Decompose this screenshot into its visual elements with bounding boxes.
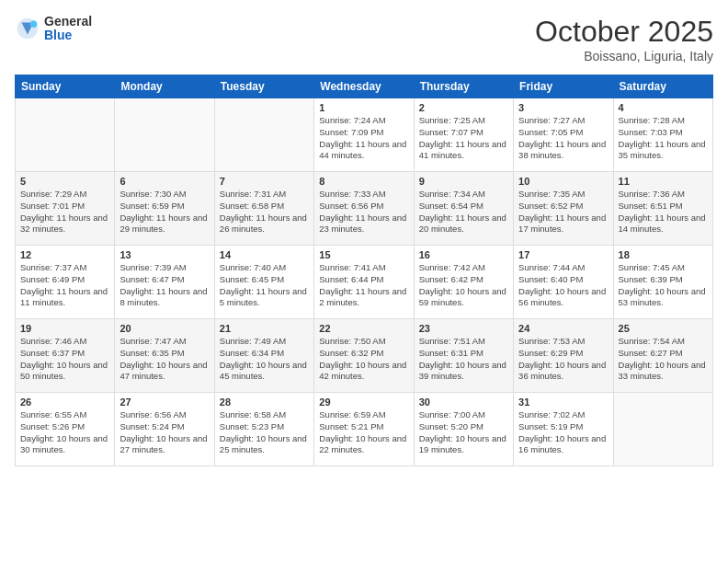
day-info: Sunrise: 7:41 AM Sunset: 6:44 PM Dayligh… — [319, 262, 408, 309]
day-info: Sunrise: 6:58 AM Sunset: 5:23 PM Dayligh… — [220, 409, 309, 456]
location-label: Boissano, Liguria, Italy — [535, 49, 713, 63]
day-info: Sunrise: 7:37 AM Sunset: 6:49 PM Dayligh… — [20, 262, 109, 309]
calendar-cell: 5Sunrise: 7:29 AM Sunset: 7:01 PM Daylig… — [16, 172, 115, 246]
day-number: 6 — [119, 176, 209, 187]
day-info: Sunrise: 6:59 AM Sunset: 5:21 PM Dayligh… — [319, 409, 408, 456]
day-info: Sunrise: 7:39 AM Sunset: 6:47 PM Dayligh… — [119, 262, 209, 309]
day-number: 14 — [220, 249, 309, 260]
day-number: 12 — [20, 249, 109, 260]
calendar-cell: 8Sunrise: 7:33 AM Sunset: 6:56 PM Daylig… — [314, 172, 414, 246]
day-info: Sunrise: 7:40 AM Sunset: 6:45 PM Dayligh… — [220, 262, 309, 309]
day-info: Sunrise: 7:29 AM Sunset: 7:01 PM Dayligh… — [20, 189, 109, 236]
logo-text: General Blue — [44, 15, 92, 43]
calendar-cell: 12Sunrise: 7:37 AM Sunset: 6:49 PM Dayli… — [16, 246, 115, 319]
calendar-cell: 25Sunrise: 7:54 AM Sunset: 6:27 PM Dayli… — [613, 319, 712, 393]
day-info: Sunrise: 7:51 AM Sunset: 6:31 PM Dayligh… — [419, 336, 508, 383]
day-number: 23 — [419, 323, 508, 334]
calendar-cell: 13Sunrise: 7:39 AM Sunset: 6:47 PM Dayli… — [115, 246, 214, 319]
calendar-cell: 19Sunrise: 7:46 AM Sunset: 6:37 PM Dayli… — [16, 319, 115, 393]
day-number: 4 — [619, 102, 708, 113]
calendar-cell: 4Sunrise: 7:28 AM Sunset: 7:03 PM Daylig… — [613, 98, 712, 172]
day-number: 2 — [419, 102, 508, 113]
day-info: Sunrise: 7:44 AM Sunset: 6:40 PM Dayligh… — [518, 262, 608, 309]
calendar-cell: 22Sunrise: 7:50 AM Sunset: 6:32 PM Dayli… — [314, 319, 414, 393]
calendar-cell — [613, 393, 712, 466]
weekday-header: Saturday — [613, 75, 712, 98]
day-number: 9 — [419, 176, 508, 187]
calendar-cell — [115, 98, 214, 172]
day-info: Sunrise: 7:35 AM Sunset: 6:52 PM Dayligh… — [518, 189, 608, 236]
day-info: Sunrise: 7:34 AM Sunset: 6:54 PM Dayligh… — [419, 189, 508, 236]
calendar-week-row: 1Sunrise: 7:24 AM Sunset: 7:09 PM Daylig… — [16, 98, 713, 172]
day-info: Sunrise: 7:54 AM Sunset: 6:27 PM Dayligh… — [619, 336, 708, 383]
calendar-week-row: 19Sunrise: 7:46 AM Sunset: 6:37 PM Dayli… — [16, 319, 713, 393]
day-info: Sunrise: 7:31 AM Sunset: 6:58 PM Dayligh… — [220, 189, 309, 236]
calendar-cell: 17Sunrise: 7:44 AM Sunset: 6:40 PM Dayli… — [514, 246, 613, 319]
weekday-header: Tuesday — [214, 75, 313, 98]
day-number: 24 — [518, 323, 608, 334]
calendar-cell: 20Sunrise: 7:47 AM Sunset: 6:35 PM Dayli… — [115, 319, 214, 393]
calendar-cell — [16, 98, 115, 172]
day-number: 21 — [220, 323, 309, 334]
calendar-cell: 18Sunrise: 7:45 AM Sunset: 6:39 PM Dayli… — [613, 246, 712, 319]
logo-general-label: General — [44, 15, 92, 29]
calendar-week-row: 5Sunrise: 7:29 AM Sunset: 7:01 PM Daylig… — [16, 172, 713, 246]
weekday-header: Monday — [115, 75, 214, 98]
day-info: Sunrise: 7:02 AM Sunset: 5:19 PM Dayligh… — [518, 409, 608, 456]
day-info: Sunrise: 6:55 AM Sunset: 5:26 PM Dayligh… — [20, 409, 109, 456]
calendar-cell: 24Sunrise: 7:53 AM Sunset: 6:29 PM Dayli… — [514, 319, 613, 393]
day-number: 22 — [319, 323, 408, 334]
title-block: October 2025 Boissano, Liguria, Italy — [535, 15, 713, 63]
day-number: 10 — [518, 176, 608, 187]
calendar-header-row: SundayMondayTuesdayWednesdayThursdayFrid… — [16, 75, 713, 98]
weekday-header: Thursday — [414, 75, 513, 98]
calendar-cell: 14Sunrise: 7:40 AM Sunset: 6:45 PM Dayli… — [214, 246, 313, 319]
day-number: 29 — [319, 396, 408, 408]
day-info: Sunrise: 7:36 AM Sunset: 6:51 PM Dayligh… — [619, 189, 708, 236]
day-number: 1 — [319, 102, 408, 113]
day-info: Sunrise: 7:49 AM Sunset: 6:34 PM Dayligh… — [220, 336, 309, 383]
calendar-cell: 28Sunrise: 6:58 AM Sunset: 5:23 PM Dayli… — [214, 393, 313, 466]
day-info: Sunrise: 7:28 AM Sunset: 7:03 PM Dayligh… — [619, 115, 708, 162]
day-number: 8 — [319, 176, 408, 187]
day-number: 7 — [220, 176, 309, 187]
calendar-cell: 23Sunrise: 7:51 AM Sunset: 6:31 PM Dayli… — [414, 319, 513, 393]
day-number: 17 — [518, 249, 608, 260]
weekday-header: Wednesday — [314, 75, 414, 98]
day-info: Sunrise: 7:42 AM Sunset: 6:42 PM Dayligh… — [419, 262, 508, 309]
logo: General Blue — [15, 15, 92, 43]
calendar-week-row: 26Sunrise: 6:55 AM Sunset: 5:26 PM Dayli… — [16, 393, 713, 466]
day-number: 15 — [319, 249, 408, 260]
day-info: Sunrise: 7:24 AM Sunset: 7:09 PM Dayligh… — [319, 115, 408, 162]
calendar-cell: 10Sunrise: 7:35 AM Sunset: 6:52 PM Dayli… — [514, 172, 613, 246]
calendar-week-row: 12Sunrise: 7:37 AM Sunset: 6:49 PM Dayli… — [16, 246, 713, 319]
day-info: Sunrise: 6:56 AM Sunset: 5:24 PM Dayligh… — [119, 409, 209, 456]
day-info: Sunrise: 7:53 AM Sunset: 6:29 PM Dayligh… — [518, 336, 608, 383]
logo-blue-label: Blue — [44, 29, 92, 42]
day-number: 25 — [619, 323, 708, 334]
day-number: 28 — [220, 396, 309, 408]
calendar-cell: 1Sunrise: 7:24 AM Sunset: 7:09 PM Daylig… — [314, 98, 414, 172]
day-number: 16 — [419, 249, 508, 260]
calendar-cell: 7Sunrise: 7:31 AM Sunset: 6:58 PM Daylig… — [214, 172, 313, 246]
weekday-header: Sunday — [16, 75, 115, 98]
calendar-cell: 31Sunrise: 7:02 AM Sunset: 5:19 PM Dayli… — [514, 393, 613, 466]
calendar-table: SundayMondayTuesdayWednesdayThursdayFrid… — [15, 75, 713, 466]
calendar-cell: 11Sunrise: 7:36 AM Sunset: 6:51 PM Dayli… — [613, 172, 712, 246]
calendar-cell: 15Sunrise: 7:41 AM Sunset: 6:44 PM Dayli… — [314, 246, 414, 319]
calendar-cell: 27Sunrise: 6:56 AM Sunset: 5:24 PM Dayli… — [115, 393, 214, 466]
calendar-cell: 9Sunrise: 7:34 AM Sunset: 6:54 PM Daylig… — [414, 172, 513, 246]
day-number: 31 — [518, 396, 608, 408]
day-info: Sunrise: 7:46 AM Sunset: 6:37 PM Dayligh… — [20, 336, 109, 383]
day-info: Sunrise: 7:00 AM Sunset: 5:20 PM Dayligh… — [419, 409, 508, 456]
weekday-header: Friday — [514, 75, 613, 98]
calendar-cell: 3Sunrise: 7:27 AM Sunset: 7:05 PM Daylig… — [514, 98, 613, 172]
calendar-cell: 21Sunrise: 7:49 AM Sunset: 6:34 PM Dayli… — [214, 319, 313, 393]
logo-icon — [15, 16, 40, 41]
month-title: October 2025 — [535, 15, 713, 49]
calendar-cell: 29Sunrise: 6:59 AM Sunset: 5:21 PM Dayli… — [314, 393, 414, 466]
day-info: Sunrise: 7:50 AM Sunset: 6:32 PM Dayligh… — [319, 336, 408, 383]
day-number: 30 — [419, 396, 508, 408]
day-number: 18 — [619, 249, 708, 260]
calendar-cell: 26Sunrise: 6:55 AM Sunset: 5:26 PM Dayli… — [16, 393, 115, 466]
